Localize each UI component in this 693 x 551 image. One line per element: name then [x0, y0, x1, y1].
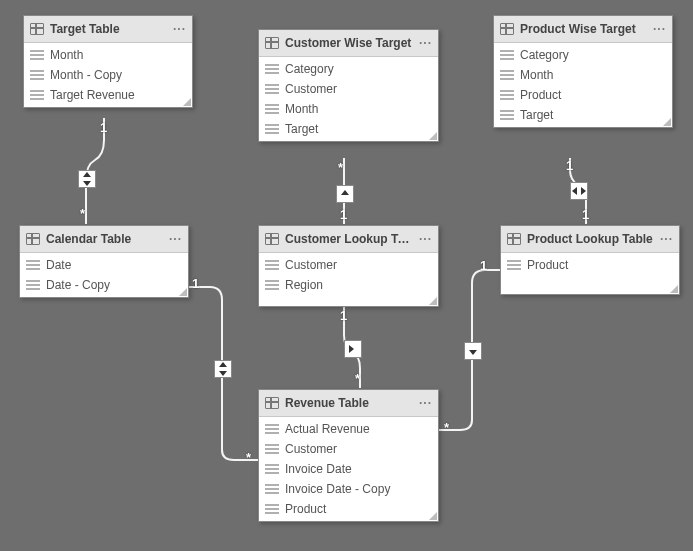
table-target[interactable]: Target Table ··· Month Month - Copy Targ… [23, 15, 193, 108]
field-icon [265, 124, 279, 134]
field-icon [500, 110, 514, 120]
table-title: Customer Wise Target [285, 36, 413, 50]
field-row[interactable]: Actual Revenue [259, 419, 438, 439]
field-name: Target [520, 108, 553, 122]
card-calendar-star: * [80, 206, 85, 221]
more-button[interactable]: ··· [169, 232, 182, 246]
field-name: Invoice Date - Copy [285, 482, 390, 496]
resize-handle[interactable] [179, 288, 187, 296]
field-list: Month Month - Copy Target Revenue [24, 43, 192, 107]
table-icon [500, 23, 514, 35]
field-name: Month - Copy [50, 68, 122, 82]
card-revenue-star-b: * [355, 371, 360, 386]
field-row[interactable]: Target [259, 119, 438, 139]
field-icon [265, 84, 279, 94]
field-list: Category Customer Month Target [259, 57, 438, 141]
field-row[interactable]: Region [259, 275, 438, 295]
field-list: Customer Region [259, 253, 438, 297]
resize-handle[interactable] [429, 297, 437, 305]
field-name: Customer [285, 258, 337, 272]
field-row[interactable]: Month [24, 45, 192, 65]
field-name: Region [285, 278, 323, 292]
table-customer-lookup[interactable]: Customer Lookup Ta... ··· Customer Regio… [258, 225, 439, 307]
filter-dir-prodwise-prodlk [570, 182, 588, 200]
more-button[interactable]: ··· [419, 396, 432, 410]
field-row[interactable]: Product [501, 255, 679, 275]
filter-dir-prodlk-revenue [464, 342, 482, 360]
field-row[interactable]: Month [259, 99, 438, 119]
field-row[interactable]: Category [259, 59, 438, 79]
table-header[interactable]: Calendar Table ··· [20, 226, 188, 253]
model-canvas[interactable]: { "ui": { "more_label": "···" }, "tables… [0, 0, 693, 551]
table-header[interactable]: Customer Lookup Ta... ··· [259, 226, 438, 253]
resize-handle[interactable] [183, 98, 191, 106]
table-icon [265, 37, 279, 49]
card-prodlk-1: 1 [582, 207, 589, 222]
field-row[interactable]: Invoice Date [259, 459, 438, 479]
field-name: Month [285, 102, 318, 116]
resize-handle[interactable] [670, 285, 678, 293]
table-customer-wise-target[interactable]: Customer Wise Target ··· Category Custom… [258, 29, 439, 142]
field-name: Date [46, 258, 71, 272]
field-icon [26, 280, 40, 290]
table-product-wise-target[interactable]: Product Wise Target ··· Category Month P… [493, 15, 673, 128]
field-name: Category [520, 48, 569, 62]
filter-dir-custwise-custlk [336, 185, 354, 203]
field-name: Target Revenue [50, 88, 135, 102]
field-icon [500, 90, 514, 100]
field-icon [265, 260, 279, 270]
field-icon [265, 444, 279, 454]
more-button[interactable]: ··· [660, 232, 673, 246]
card-custlk-1b: 1 [340, 308, 347, 323]
field-row[interactable]: Customer [259, 439, 438, 459]
field-name: Actual Revenue [285, 422, 370, 436]
more-button[interactable]: ··· [419, 36, 432, 50]
field-row[interactable]: Date - Copy [20, 275, 188, 295]
table-title: Calendar Table [46, 232, 163, 246]
more-button[interactable]: ··· [419, 232, 432, 246]
resize-handle[interactable] [663, 118, 671, 126]
field-row[interactable]: Category [494, 45, 672, 65]
resize-handle[interactable] [429, 132, 437, 140]
field-row[interactable]: Customer [259, 255, 438, 275]
field-row[interactable]: Month - Copy [24, 65, 192, 85]
table-header[interactable]: Target Table ··· [24, 16, 192, 43]
table-header[interactable]: Customer Wise Target ··· [259, 30, 438, 57]
field-list: Category Month Product Target [494, 43, 672, 127]
card-prodwise-1: 1 [566, 158, 573, 173]
table-icon [265, 397, 279, 409]
table-revenue[interactable]: Revenue Table ··· Actual Revenue Custome… [258, 389, 439, 522]
table-title: Revenue Table [285, 396, 413, 410]
resize-handle[interactable] [429, 512, 437, 520]
field-icon [500, 50, 514, 60]
field-row[interactable]: Invoice Date - Copy [259, 479, 438, 499]
field-name: Product [520, 88, 561, 102]
field-icon [265, 64, 279, 74]
more-button[interactable]: ··· [653, 22, 666, 36]
card-prodlk-1b: 1 [480, 258, 487, 273]
card-custlk-1: 1 [340, 207, 347, 222]
field-list: Actual Revenue Customer Invoice Date Inv… [259, 417, 438, 521]
field-row[interactable]: Product [259, 499, 438, 519]
field-name: Month [520, 68, 553, 82]
table-header[interactable]: Product Lookup Table ··· [501, 226, 679, 253]
field-row[interactable]: Month [494, 65, 672, 85]
field-row[interactable]: Target [494, 105, 672, 125]
filter-dir-calendar-revenue [214, 360, 232, 378]
field-name: Target [285, 122, 318, 136]
more-button[interactable]: ··· [173, 22, 186, 36]
field-row[interactable]: Date [20, 255, 188, 275]
field-icon [500, 70, 514, 80]
table-icon [507, 233, 521, 245]
field-row[interactable]: Target Revenue [24, 85, 192, 105]
table-product-lookup[interactable]: Product Lookup Table ··· Product [500, 225, 680, 295]
table-calendar[interactable]: Calendar Table ··· Date Date - Copy [19, 225, 189, 298]
table-title: Customer Lookup Ta... [285, 232, 413, 246]
table-icon [30, 23, 44, 35]
field-row[interactable]: Product [494, 85, 672, 105]
table-header[interactable]: Product Wise Target ··· [494, 16, 672, 43]
field-row[interactable]: Customer [259, 79, 438, 99]
field-name: Customer [285, 82, 337, 96]
table-header[interactable]: Revenue Table ··· [259, 390, 438, 417]
filter-dir-target-calendar [78, 170, 96, 188]
